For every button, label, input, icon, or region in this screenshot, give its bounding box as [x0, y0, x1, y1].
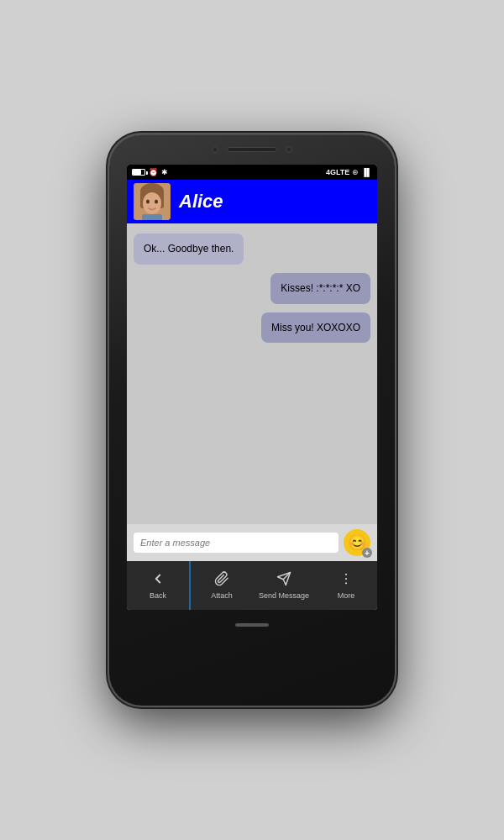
svg-point-6 — [155, 200, 158, 204]
nav-attach-label: Attach — [211, 591, 233, 600]
phone-frame: ⏰ ✱ 4GLTE ⊕ ▐▌ — [109, 134, 395, 706]
message-bubble-3: Miss you! XOXOXO — [261, 312, 370, 344]
network-label: 4GLTE — [326, 168, 349, 176]
svg-point-12 — [345, 582, 347, 584]
chat-header: Alice — [127, 180, 377, 223]
svg-rect-7 — [142, 214, 162, 220]
nav-more-label: More — [338, 591, 355, 600]
wifi-icon: ⊕ — [352, 168, 359, 176]
status-bar: ⏰ ✱ 4GLTE ⊕ ▐▌ — [127, 165, 377, 180]
nav-back[interactable]: Back — [127, 561, 189, 610]
camera-right — [286, 146, 292, 153]
status-left: ⏰ ✱ — [132, 168, 168, 176]
screen: ⏰ ✱ 4GLTE ⊕ ▐▌ — [127, 165, 377, 610]
emoji-button[interactable]: 😊 + — [344, 529, 370, 556]
phone-bottom-bar — [235, 610, 269, 640]
contact-name: Alice — [179, 191, 223, 213]
status-right: 4GLTE ⊕ ▐▌ — [326, 168, 372, 176]
emoji-plus-icon: + — [362, 548, 372, 558]
message-input[interactable] — [134, 533, 339, 553]
clock-icon: ⏰ — [149, 168, 158, 176]
nav-back-label: Back — [150, 591, 166, 600]
svg-point-10 — [345, 574, 347, 575]
svg-point-11 — [345, 578, 347, 580]
signal-icon: ▐▌ — [361, 168, 372, 176]
nav-attach[interactable]: Attach — [191, 561, 253, 610]
attach-icon — [214, 571, 229, 589]
nav-send[interactable]: Send Message — [253, 561, 315, 610]
speaker — [227, 147, 277, 152]
back-icon — [150, 571, 165, 589]
message-bubble-2: Kisses! :*:*:*:* XO — [270, 273, 370, 304]
svg-point-5 — [146, 200, 150, 204]
input-area: 😊 + — [127, 524, 377, 561]
more-icon — [339, 571, 354, 589]
battery-icon — [132, 169, 145, 176]
bluetooth-icon: ✱ — [161, 168, 168, 176]
svg-point-4 — [143, 192, 161, 214]
camera — [212, 146, 218, 153]
messages-area[interactable]: Ok... Goodbye then. Kisses! :*:*:*:* XO … — [127, 223, 377, 524]
nav-send-label: Send Message — [259, 591, 309, 600]
bottom-nav: Back Attach — [127, 561, 377, 610]
home-indicator — [235, 623, 269, 627]
phone-top-bar — [109, 134, 395, 165]
nav-more[interactable]: More — [315, 561, 377, 610]
avatar — [134, 183, 171, 220]
message-bubble-1: Ok... Goodbye then. — [134, 234, 244, 265]
send-icon — [276, 571, 292, 589]
